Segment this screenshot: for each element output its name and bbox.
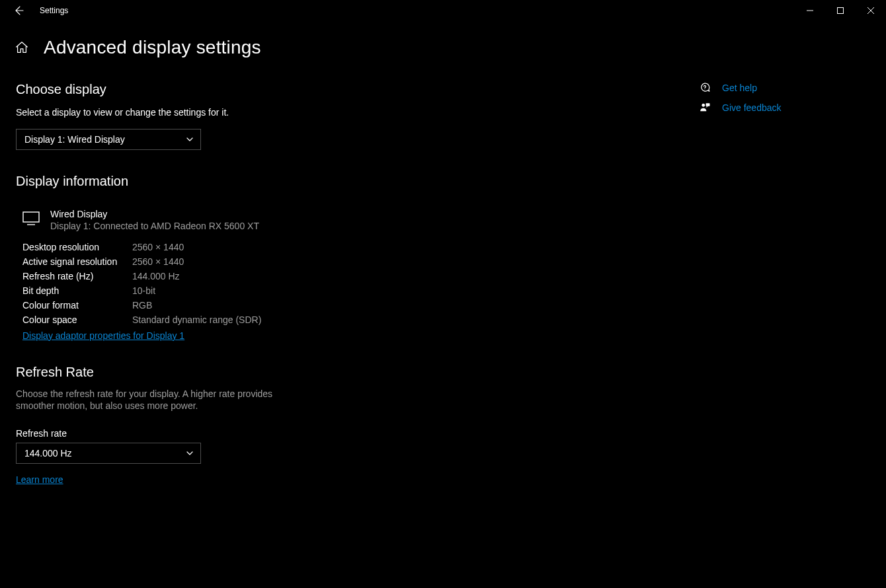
display-select[interactable]: Display 1: Wired Display [16,129,201,150]
display-name: Wired Display [50,209,259,219]
info-label: Active signal resolution [22,256,132,267]
app-title: Settings [40,6,68,15]
info-label: Desktop resolution [22,242,132,252]
home-icon[interactable] [15,40,29,55]
display-info-heading: Display information [16,174,465,189]
display-connection: Display 1: Connected to AMD Radeon RX 56… [50,221,259,231]
refresh-rate-heading: Refresh Rate [16,365,465,380]
choose-display-heading: Choose display [16,82,465,97]
window-controls [795,0,886,21]
give-feedback-row: Give feedback [698,102,870,114]
svg-point-2 [705,89,705,90]
svg-rect-1 [23,212,39,222]
close-button[interactable] [856,0,886,21]
close-icon [867,7,874,14]
give-feedback-link[interactable]: Give feedback [722,102,782,113]
display-info-grid: Desktop resolution2560 × 1440Active sign… [22,242,465,325]
feedback-icon [698,102,711,114]
get-help-link[interactable]: Get help [722,83,757,93]
choose-display-description: Select a display to view or change the s… [16,106,465,120]
svg-point-3 [702,104,705,107]
svg-rect-4 [706,103,710,106]
display-select-value: Display 1: Wired Display [24,134,125,145]
svg-rect-0 [838,8,844,14]
info-label: Refresh rate (Hz) [22,271,132,281]
chevron-down-icon [186,449,194,457]
page-header: Advanced display settings [0,21,886,58]
minimize-button[interactable] [795,0,825,21]
refresh-rate-field-label: Refresh rate [16,428,465,439]
refresh-rate-description: Choose the refresh rate for your display… [16,388,280,413]
info-label: Colour format [22,300,132,311]
help-icon [698,82,711,94]
info-value: 2560 × 1440 [132,242,465,252]
info-value: RGB [132,300,465,311]
info-value: 144.000 Hz [132,271,465,281]
back-button[interactable] [7,0,30,21]
minimize-icon [807,7,813,14]
info-value: 2560 × 1440 [132,256,465,267]
adapter-properties-link[interactable]: Display adaptor properties for Display 1 [22,330,184,341]
arrow-left-icon [13,5,24,16]
page-title: Advanced display settings [44,37,261,58]
get-help-row: Get help [698,82,870,94]
learn-more-link[interactable]: Learn more [16,474,63,485]
chevron-down-icon [186,135,194,143]
titlebar: Settings [0,0,886,21]
info-value: 10-bit [132,285,465,296]
refresh-rate-select-value: 144.000 Hz [24,448,72,459]
monitor-icon [22,211,40,226]
refresh-rate-select[interactable]: 144.000 Hz [16,443,201,464]
info-label: Colour space [22,314,132,325]
maximize-icon [837,7,844,14]
maximize-button[interactable] [825,0,856,21]
info-value: Standard dynamic range (SDR) [132,314,465,325]
info-label: Bit depth [22,285,132,296]
